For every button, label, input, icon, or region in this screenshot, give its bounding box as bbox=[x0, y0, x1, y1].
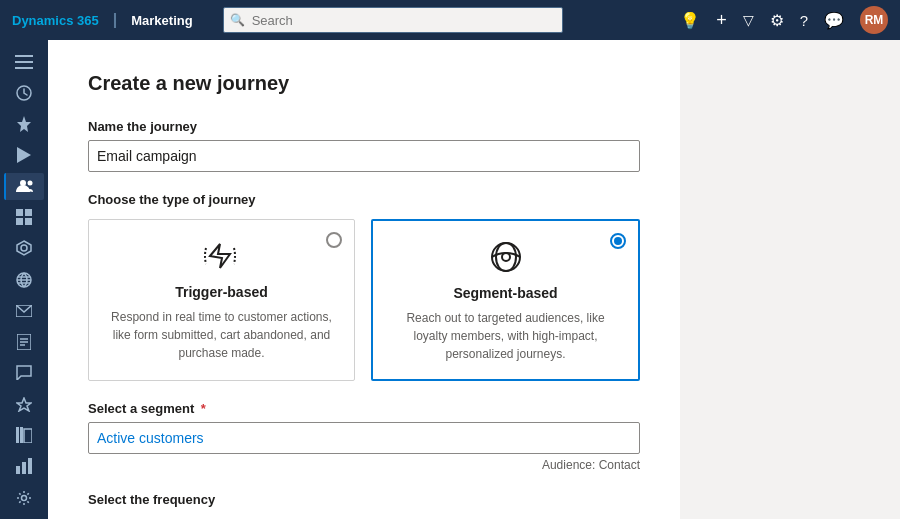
segment-field-wrap bbox=[88, 422, 640, 454]
segment-desc: Reach out to targeted audiences, like lo… bbox=[389, 309, 622, 363]
sidebar-item-library[interactable] bbox=[4, 422, 44, 449]
svg-rect-22 bbox=[28, 458, 32, 474]
svg-marker-11 bbox=[17, 241, 31, 255]
journey-type-cards: Trigger-based Respond in real time to cu… bbox=[88, 219, 640, 381]
name-label: Name the journey bbox=[88, 119, 640, 134]
lightbulb-icon[interactable]: 💡 bbox=[680, 11, 700, 30]
chat-icon[interactable]: 💬 bbox=[824, 11, 844, 30]
top-nav-icons: 💡 + ▽ ⚙ ? 💬 RM bbox=[680, 6, 888, 34]
svg-point-6 bbox=[28, 181, 33, 186]
nav-divider: | bbox=[113, 11, 117, 29]
trigger-radio[interactable] bbox=[326, 232, 342, 248]
segment-title: Segment-based bbox=[389, 285, 622, 301]
frequency-section: Select the frequency A one-time journey … bbox=[88, 492, 640, 519]
trigger-icon bbox=[105, 236, 338, 276]
sidebar-item-tasks[interactable] bbox=[4, 328, 44, 355]
required-indicator: * bbox=[197, 401, 206, 416]
svg-rect-7 bbox=[16, 209, 23, 216]
user-avatar[interactable]: RM bbox=[860, 6, 888, 34]
sidebar-item-grid[interactable] bbox=[4, 204, 44, 231]
content-area: Create a new journey Name the journey Ch… bbox=[48, 40, 900, 519]
sidebar-item-pin[interactable] bbox=[4, 110, 44, 137]
sidebar-item-chat[interactable] bbox=[4, 359, 44, 386]
svg-rect-10 bbox=[25, 218, 32, 225]
help-icon[interactable]: ? bbox=[800, 12, 808, 29]
dynamics-logo: Dynamics 365 bbox=[12, 13, 99, 28]
segment-based-card[interactable]: Segment-based Reach out to targeted audi… bbox=[371, 219, 640, 381]
right-spacer bbox=[680, 40, 900, 519]
search-bar: 🔍 bbox=[223, 7, 563, 33]
sidebar bbox=[0, 40, 48, 519]
frequency-label: Select the frequency bbox=[88, 492, 640, 507]
segment-icon bbox=[389, 237, 622, 277]
brand: Dynamics 365 | Marketing bbox=[12, 11, 193, 29]
sidebar-item-chart[interactable] bbox=[4, 453, 44, 480]
journey-name-input[interactable] bbox=[88, 140, 640, 172]
sidebar-item-recent[interactable] bbox=[4, 79, 44, 106]
trigger-based-card[interactable]: Trigger-based Respond in real time to cu… bbox=[88, 219, 355, 381]
svg-rect-1 bbox=[15, 61, 33, 63]
sidebar-item-globe[interactable] bbox=[4, 266, 44, 293]
add-icon[interactable]: + bbox=[716, 10, 727, 31]
svg-marker-4 bbox=[17, 147, 31, 163]
sidebar-item-email[interactable] bbox=[4, 297, 44, 324]
search-input[interactable] bbox=[223, 7, 563, 33]
settings-icon[interactable]: ⚙ bbox=[770, 11, 784, 30]
segment-radio[interactable] bbox=[610, 233, 626, 249]
form-panel: Create a new journey Name the journey Ch… bbox=[48, 40, 680, 519]
svg-rect-2 bbox=[15, 67, 33, 69]
sidebar-item-star[interactable] bbox=[4, 391, 44, 418]
svg-rect-17 bbox=[16, 427, 19, 443]
segment-label: Select a segment * bbox=[88, 401, 640, 416]
sidebar-item-contacts[interactable] bbox=[4, 173, 44, 200]
svg-rect-19 bbox=[24, 429, 32, 443]
main-layout: Create a new journey Name the journey Ch… bbox=[0, 40, 900, 519]
svg-rect-18 bbox=[20, 427, 23, 443]
segment-input[interactable] bbox=[88, 422, 640, 454]
page-title: Create a new journey bbox=[88, 72, 640, 95]
svg-point-25 bbox=[502, 253, 510, 261]
trigger-title: Trigger-based bbox=[105, 284, 338, 300]
audience-hint: Audience: Contact bbox=[88, 458, 640, 472]
svg-rect-21 bbox=[22, 462, 26, 474]
svg-rect-9 bbox=[16, 218, 23, 225]
module-name: Marketing bbox=[131, 13, 192, 28]
svg-rect-8 bbox=[25, 209, 32, 216]
sidebar-item-hamburger[interactable] bbox=[4, 48, 44, 75]
search-icon: 🔍 bbox=[230, 13, 245, 27]
svg-marker-16 bbox=[17, 398, 31, 411]
sidebar-item-play[interactable] bbox=[4, 141, 44, 168]
sidebar-item-settings[interactable] bbox=[4, 484, 44, 511]
sidebar-item-segments[interactable] bbox=[4, 235, 44, 262]
trigger-desc: Respond in real time to customer actions… bbox=[105, 308, 338, 362]
filter-icon[interactable]: ▽ bbox=[743, 12, 754, 28]
top-nav: Dynamics 365 | Marketing 🔍 💡 + ▽ ⚙ ? 💬 R… bbox=[0, 0, 900, 40]
svg-rect-20 bbox=[16, 466, 20, 474]
svg-point-12 bbox=[21, 245, 27, 251]
svg-rect-0 bbox=[15, 55, 33, 57]
type-label: Choose the type of journey bbox=[88, 192, 640, 207]
svg-point-23 bbox=[22, 495, 27, 500]
